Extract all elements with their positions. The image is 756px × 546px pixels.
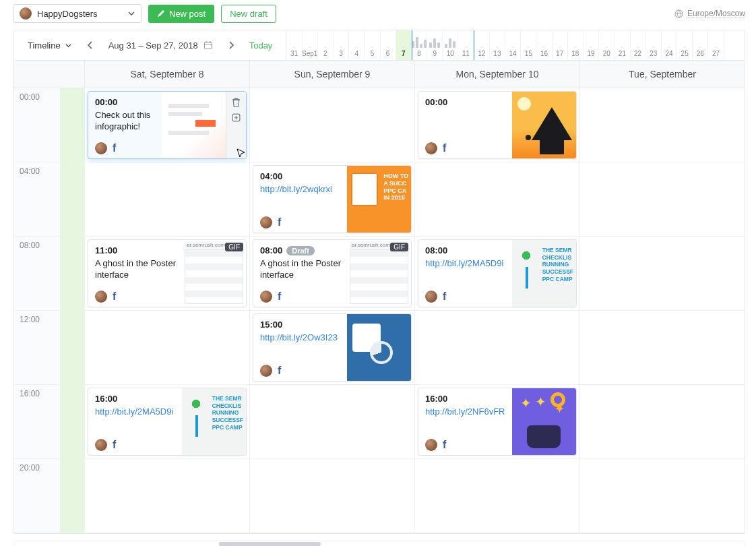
mini-day[interactable]: Sep1 bbox=[303, 30, 318, 60]
calendar-cell[interactable] bbox=[580, 385, 745, 459]
mini-day[interactable]: 21 bbox=[615, 30, 630, 60]
mini-day[interactable]: 4 bbox=[349, 30, 365, 60]
chevron-down-icon bbox=[127, 9, 135, 18]
calendar-cell[interactable]: 16:00http://bit.ly/2NF6vFRf bbox=[415, 385, 579, 459]
mini-day[interactable]: 16 bbox=[536, 30, 552, 60]
calendar-cell[interactable] bbox=[580, 311, 745, 385]
pencil-icon bbox=[157, 9, 165, 18]
next-period-button[interactable] bbox=[225, 38, 237, 52]
mini-day-label: 31 bbox=[290, 50, 298, 57]
view-selector[interactable]: Timeline bbox=[28, 40, 72, 51]
mini-day-label: 7 bbox=[402, 50, 406, 57]
mini-day[interactable]: 20 bbox=[599, 30, 615, 60]
post-card[interactable]: 11:00A ghost in the Poster interfacefar.… bbox=[88, 239, 247, 307]
mini-day-label: 27 bbox=[712, 50, 720, 57]
calendar-cell[interactable] bbox=[580, 237, 745, 311]
mini-day[interactable]: 9 bbox=[427, 30, 443, 60]
post-time: 00:00 bbox=[425, 97, 447, 107]
post-card[interactable]: 08:00http://bit.ly/2MA5D9if bbox=[418, 239, 577, 307]
today-button[interactable]: Today bbox=[249, 40, 273, 51]
mini-day[interactable]: 8 bbox=[412, 30, 427, 60]
post-link: http://bit.ly/2NF6vFR bbox=[425, 406, 507, 418]
calendar-cell[interactable] bbox=[85, 459, 249, 533]
calendar-cell[interactable] bbox=[580, 88, 745, 162]
post-card[interactable]: 08:00DraftA ghost in the Poster interfac… bbox=[253, 239, 412, 307]
mini-day[interactable]: 15 bbox=[521, 30, 536, 60]
timezone-link[interactable]: Europe/Moscow bbox=[674, 9, 745, 18]
duplicate-icon[interactable] bbox=[231, 113, 241, 123]
facebook-icon: f bbox=[278, 216, 281, 229]
calendar-cell[interactable]: 16:00http://bit.ly/2MA5D9if bbox=[85, 385, 249, 459]
calendar-cell[interactable]: 00:00Check out this infographic!f bbox=[85, 88, 249, 162]
draft-badge: Draft bbox=[286, 246, 315, 255]
mini-day-label: 21 bbox=[619, 50, 626, 57]
mini-day[interactable]: 7 bbox=[396, 30, 412, 60]
prev-period-button[interactable] bbox=[84, 38, 96, 52]
project-selector[interactable]: HappyDogsters bbox=[13, 4, 141, 23]
calendar-cell[interactable]: 04:00http://bit.ly/2wqkrxif bbox=[250, 162, 414, 237]
post-card[interactable]: 16:00http://bit.ly/2MA5D9if bbox=[88, 388, 247, 456]
mini-day[interactable]: 12 bbox=[474, 30, 490, 60]
horizontal-scrollbar[interactable] bbox=[13, 541, 745, 546]
calendar-cell[interactable] bbox=[580, 459, 745, 533]
mini-timeline[interactable]: 31Sep12345678910111213141516171819202122… bbox=[286, 30, 745, 60]
post-card[interactable]: 00:00f bbox=[418, 91, 577, 159]
calendar-cell[interactable] bbox=[415, 459, 579, 533]
mini-day[interactable]: 14 bbox=[505, 30, 521, 60]
mini-day[interactable]: 19 bbox=[584, 30, 599, 60]
calendar-cell[interactable] bbox=[415, 311, 579, 385]
post-card[interactable]: 15:00http://bit.ly/2Ow3I23f bbox=[253, 313, 412, 382]
mini-day[interactable]: 24 bbox=[662, 30, 677, 60]
mini-day[interactable]: 2 bbox=[318, 30, 334, 60]
date-range-picker[interactable]: Aug 31 – Sep 27, 2018 bbox=[108, 40, 213, 51]
mini-day[interactable]: 3 bbox=[334, 30, 349, 60]
calendar-cell[interactable] bbox=[580, 162, 745, 237]
timezone-value: Europe/Moscow bbox=[687, 9, 745, 18]
mini-day[interactable]: 17 bbox=[553, 30, 568, 60]
mini-day[interactable]: 31 bbox=[286, 30, 302, 60]
mini-day[interactable]: 27 bbox=[708, 30, 724, 60]
mini-day[interactable]: 18 bbox=[568, 30, 584, 60]
mini-day-label: 23 bbox=[650, 50, 657, 57]
facebook-icon: f bbox=[443, 142, 446, 154]
mini-day[interactable]: 13 bbox=[490, 30, 505, 60]
calendar-cell[interactable] bbox=[85, 162, 249, 237]
time-label: 16:00 bbox=[14, 385, 60, 459]
mini-day[interactable]: 10 bbox=[443, 30, 458, 60]
mini-day[interactable]: 26 bbox=[693, 30, 708, 60]
calendar-cell[interactable] bbox=[415, 162, 579, 237]
calendar-cell[interactable] bbox=[250, 385, 414, 459]
chevron-down-icon bbox=[65, 42, 72, 49]
calendar-cell[interactable]: 08:00DraftA ghost in the Poster interfac… bbox=[250, 237, 414, 311]
mini-day-label: 17 bbox=[556, 50, 563, 57]
card-actions bbox=[226, 92, 246, 158]
new-post-button[interactable]: New post bbox=[148, 5, 214, 23]
scrollbar-thumb[interactable] bbox=[219, 542, 321, 546]
mini-day[interactable]: 6 bbox=[381, 30, 396, 60]
post-thumbnail: ar.semrush.comGIF bbox=[182, 240, 246, 307]
post-thumbnail bbox=[512, 240, 576, 307]
calendar-cell[interactable]: 00:00f bbox=[415, 88, 579, 162]
post-card[interactable]: 16:00http://bit.ly/2NF6vFRf bbox=[418, 388, 577, 456]
calendar-cell[interactable]: 08:00http://bit.ly/2MA5D9if bbox=[415, 237, 579, 311]
calendar-cell[interactable] bbox=[85, 311, 249, 385]
new-post-label: New post bbox=[169, 9, 206, 19]
post-card[interactable]: 04:00http://bit.ly/2wqkrxif bbox=[253, 165, 412, 233]
trash-icon[interactable] bbox=[231, 97, 241, 107]
calendar-cell[interactable]: 11:00A ghost in the Poster interfacefar.… bbox=[85, 237, 249, 311]
post-card[interactable]: 00:00Check out this infographic!f bbox=[88, 91, 247, 159]
facebook-icon: f bbox=[113, 439, 116, 451]
calendar-cell[interactable]: 15:00http://bit.ly/2Ow3I23f bbox=[250, 311, 414, 385]
author-avatar bbox=[425, 439, 437, 451]
calendar-cell[interactable] bbox=[250, 88, 414, 162]
mini-day-label: 19 bbox=[587, 50, 594, 57]
mini-day[interactable]: 23 bbox=[646, 30, 662, 60]
day-header: Sat, September 8 bbox=[84, 61, 249, 88]
mini-day[interactable]: 25 bbox=[677, 30, 693, 60]
post-text: A ghost in the Poster interface bbox=[260, 258, 342, 281]
mini-day[interactable]: 22 bbox=[631, 30, 646, 60]
calendar-cell[interactable] bbox=[250, 459, 414, 533]
new-draft-button[interactable]: New draft bbox=[221, 5, 276, 23]
mini-day[interactable]: 11 bbox=[458, 30, 474, 60]
mini-day[interactable]: 5 bbox=[365, 30, 380, 60]
